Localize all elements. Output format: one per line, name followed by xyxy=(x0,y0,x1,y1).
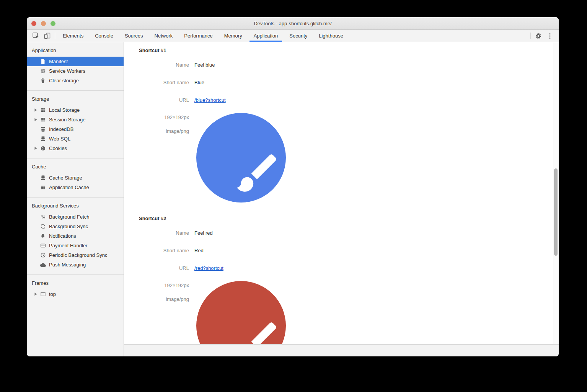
tab-network[interactable]: Network xyxy=(149,30,179,42)
trash-icon xyxy=(40,78,46,83)
sidebar-item-service-workers[interactable]: Service Workers xyxy=(27,66,124,76)
image-size: 192×192px xyxy=(139,114,189,121)
tab-elements[interactable]: Elements xyxy=(57,30,89,42)
zoom-button[interactable] xyxy=(51,21,55,26)
disclosure-arrow-icon[interactable] xyxy=(34,108,40,112)
tab-lighthouse[interactable]: Lighthouse xyxy=(313,30,349,42)
tab-memory[interactable]: Memory xyxy=(218,30,248,42)
disclosure-arrow-icon[interactable] xyxy=(34,147,40,150)
paintbrush-icon xyxy=(233,316,282,344)
bell-icon xyxy=(40,233,46,239)
cloud-icon xyxy=(40,262,46,268)
sidebar-item-label: Application Cache xyxy=(49,185,89,190)
toolbar-divider-right xyxy=(530,33,531,39)
image-size: 192×192px xyxy=(139,283,189,289)
sidebar-item-payment-handler[interactable]: Payment Handler xyxy=(27,241,124,250)
devtools-window: DevTools - app-shortcuts.glitch.me/ Elem… xyxy=(27,17,559,356)
tab-sources[interactable]: Sources xyxy=(119,30,149,42)
name-label: Name xyxy=(139,62,189,68)
sidebar-section-frames: Frames top xyxy=(27,275,124,304)
section-header: Frames xyxy=(27,279,124,287)
name-label: Name xyxy=(139,230,189,236)
settings-gear-icon[interactable] xyxy=(533,30,544,42)
short-name-value: Blue xyxy=(194,80,204,86)
sidebar-section-storage: Storage Local Storage xyxy=(27,91,124,158)
toolbar-divider xyxy=(55,33,55,39)
database-icon xyxy=(40,175,46,181)
minimize-button[interactable] xyxy=(41,21,46,26)
short-name-label: Short name xyxy=(139,248,189,254)
sidebar-section-background-services: Background Services Background Fetch xyxy=(27,198,124,275)
horizontal-scrollbar-strip[interactable] xyxy=(124,344,559,356)
section-header: Background Services xyxy=(27,202,124,210)
disclosure-arrow-icon[interactable] xyxy=(34,292,40,296)
shortcut-title: Shortcut #2 xyxy=(139,216,553,222)
sidebar-item-label: Notifications xyxy=(49,233,76,239)
sidebar-item-label: IndexedDB xyxy=(49,126,73,132)
shortcut-1-section: Shortcut #1 Name Feel blue Short name Bl… xyxy=(124,42,553,210)
fetch-arrows-icon xyxy=(40,214,46,220)
devtools-toolbar: Elements Console Sources Network Perform… xyxy=(27,30,559,42)
sidebar-section-application: Application Manifest xyxy=(27,42,124,91)
sidebar-item-application-cache[interactable]: Application Cache xyxy=(27,183,124,192)
sidebar-item-cache-storage[interactable]: Cache Storage xyxy=(27,173,124,183)
name-value: Feel blue xyxy=(194,62,215,68)
sidebar-item-web-sql[interactable]: Web SQL xyxy=(27,134,124,144)
table-icon xyxy=(40,117,46,122)
sidebar-item-indexeddb[interactable]: IndexedDB xyxy=(27,124,124,134)
application-sidebar: Application Manifest xyxy=(27,42,124,356)
short-name-value: Red xyxy=(194,248,204,254)
table-icon xyxy=(40,185,46,190)
shortcut-title: Shortcut #1 xyxy=(139,47,553,54)
sidebar-item-session-storage[interactable]: Session Storage xyxy=(27,115,124,124)
sidebar-item-background-sync[interactable]: Background Sync xyxy=(27,222,124,231)
sidebar-item-periodic-background-sync[interactable]: Periodic Background Sync xyxy=(27,250,124,260)
sidebar-item-background-fetch[interactable]: Background Fetch xyxy=(27,212,124,222)
image-mime: image/png xyxy=(139,128,189,134)
cookie-icon xyxy=(40,145,46,151)
tab-console[interactable]: Console xyxy=(89,30,119,42)
table-icon xyxy=(40,107,46,113)
url-label: URL xyxy=(139,265,189,271)
sidebar-item-label: Session Storage xyxy=(49,117,85,122)
shortcut-url-link[interactable]: /red?shortcut xyxy=(194,265,223,271)
file-icon xyxy=(40,59,46,64)
shortcut-icon-blue xyxy=(196,113,286,203)
sidebar-item-label: Service Workers xyxy=(49,68,85,74)
gear-icon xyxy=(40,68,46,74)
tab-application[interactable]: Application xyxy=(248,30,284,42)
window-title: DevTools - app-shortcuts.glitch.me/ xyxy=(254,21,331,26)
tab-security[interactable]: Security xyxy=(284,30,313,42)
sidebar-item-label: Local Storage xyxy=(49,107,80,113)
sidebar-item-label: Payment Handler xyxy=(49,243,87,248)
sidebar-item-label: Background Sync xyxy=(49,224,88,229)
sidebar-item-clear-storage[interactable]: Clear storage xyxy=(27,76,124,85)
panel-tabs: Elements Console Sources Network Perform… xyxy=(57,30,349,42)
sidebar-item-notifications[interactable]: Notifications xyxy=(27,231,124,241)
section-header: Storage xyxy=(27,95,124,103)
kebab-menu-icon[interactable] xyxy=(544,30,556,42)
device-toolbar-icon[interactable] xyxy=(41,30,53,42)
sidebar-item-cookies[interactable]: Cookies xyxy=(27,144,124,153)
sidebar-section-cache: Cache Cache Storage xyxy=(27,158,124,198)
clock-icon xyxy=(40,252,46,258)
sidebar-item-manifest[interactable]: Manifest xyxy=(27,57,124,66)
card-icon xyxy=(40,243,46,248)
database-icon xyxy=(40,126,46,132)
sidebar-item-label: Manifest xyxy=(49,59,68,64)
close-button[interactable] xyxy=(31,21,36,26)
sidebar-item-label: top xyxy=(49,291,56,297)
shortcut-url-link[interactable]: /blue?shortcut xyxy=(194,97,226,103)
title-bar: DevTools - app-shortcuts.glitch.me/ xyxy=(27,17,559,30)
selected-tab-underline xyxy=(249,41,282,42)
scrollbar-thumb[interactable] xyxy=(554,168,558,256)
inspect-element-icon[interactable] xyxy=(30,30,41,42)
vertical-scrollbar[interactable] xyxy=(553,42,559,344)
sync-icon xyxy=(40,224,46,229)
tab-performance[interactable]: Performance xyxy=(178,30,218,42)
sidebar-item-top-frame[interactable]: top xyxy=(27,289,124,299)
disclosure-arrow-icon[interactable] xyxy=(34,118,40,121)
sidebar-item-push-messaging[interactable]: Push Messaging xyxy=(27,260,124,270)
sidebar-item-local-storage[interactable]: Local Storage xyxy=(27,105,124,115)
sidebar-item-label: Web SQL xyxy=(49,136,70,142)
